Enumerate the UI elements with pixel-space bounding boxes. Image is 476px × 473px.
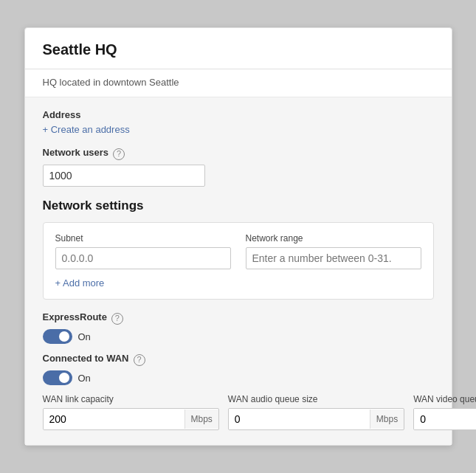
wan-fields-row: WAN link capacity Mbps WAN audio queue s…: [43, 394, 434, 430]
create-address-link[interactable]: + Create an address: [43, 124, 130, 135]
network-users-help-icon[interactable]: ?: [113, 148, 125, 160]
subnet-row: Subnet Network range: [55, 233, 421, 269]
wan-audio-queue-input[interactable]: [229, 409, 370, 429]
connected-wan-on-label: On: [78, 373, 91, 384]
add-more-link[interactable]: + Add more: [55, 277, 105, 289]
express-route-section: ExpressRoute ? On: [43, 311, 434, 344]
connected-wan-section: Connected to WAN ? On: [43, 353, 434, 385]
connected-wan-slider: [43, 370, 72, 385]
wan-audio-queue-col: WAN audio queue size Mbps: [228, 394, 404, 430]
address-label: Address: [43, 109, 434, 120]
card-subtitle: HQ located in downtown Seattle: [25, 69, 452, 97]
express-route-slider: [43, 329, 72, 344]
express-route-on-label: On: [78, 331, 91, 342]
network-range-input[interactable]: [246, 247, 421, 269]
network-users-label: Network users: [43, 147, 109, 158]
connected-wan-label-row: Connected to WAN ?: [43, 353, 434, 367]
network-users-label-row: Network users ?: [43, 147, 434, 161]
express-route-help-icon[interactable]: ?: [111, 313, 123, 325]
network-settings-heading: Network settings: [43, 198, 434, 213]
connected-wan-toggle[interactable]: [43, 370, 72, 385]
connected-wan-help-icon[interactable]: ?: [134, 354, 145, 366]
express-route-toggle[interactable]: [43, 329, 72, 344]
wan-link-capacity-input[interactable]: [44, 409, 184, 429]
card-header: Seattle HQ: [25, 28, 452, 69]
subnet-input[interactable]: [55, 247, 231, 269]
subnet-label: Subnet: [55, 233, 231, 244]
wan-link-capacity-label: WAN link capacity: [43, 394, 219, 404]
wan-audio-queue-unit: Mbps: [370, 410, 404, 429]
network-users-section: Network users ?: [43, 147, 434, 187]
wan-video-queue-input[interactable]: [414, 409, 476, 429]
express-route-toggle-container: On: [43, 329, 434, 344]
wan-video-queue-label: WAN video queue size: [413, 394, 476, 404]
page-title: Seattle HQ: [43, 41, 434, 58]
express-route-label-row: ExpressRoute ?: [43, 311, 434, 325]
main-card: Seattle HQ HQ located in downtown Seattl…: [24, 27, 452, 446]
wan-audio-queue-input-row: Mbps: [228, 408, 404, 430]
wan-link-capacity-col: WAN link capacity Mbps: [43, 394, 219, 430]
wan-audio-queue-label: WAN audio queue size: [228, 394, 404, 404]
wan-video-queue-col: WAN video queue size Mbps: [413, 394, 476, 430]
card-body: Address + Create an address Network user…: [25, 97, 452, 445]
connected-wan-label: Connected to WAN: [43, 353, 129, 364]
wan-video-queue-input-row: Mbps: [413, 408, 476, 430]
wan-link-capacity-input-row: Mbps: [43, 408, 219, 430]
subnet-col: Subnet: [55, 233, 231, 269]
connected-wan-toggle-container: On: [43, 370, 434, 385]
wan-link-capacity-unit: Mbps: [184, 410, 218, 429]
express-route-label: ExpressRoute: [43, 311, 107, 322]
network-settings-box: Subnet Network range + Add more: [43, 222, 434, 300]
address-section: Address + Create an address: [43, 109, 434, 135]
network-users-input[interactable]: [43, 165, 205, 187]
network-range-col: Network range: [246, 233, 421, 269]
network-range-label: Network range: [246, 233, 421, 244]
